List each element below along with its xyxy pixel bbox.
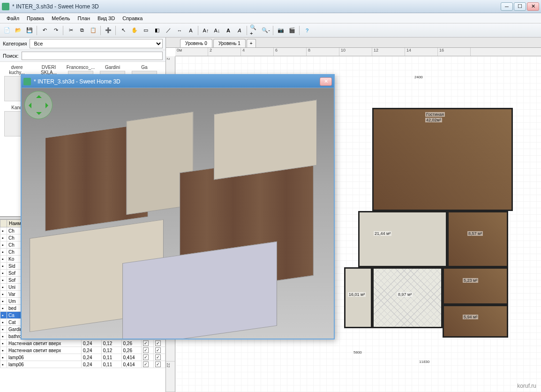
main-titlebar: * INTER_3.sh3d - Sweet Home 3D ─ ☐ ✕ bbox=[0, 0, 541, 13]
save-icon[interactable]: 💾 bbox=[24, 25, 35, 36]
table-row[interactable]: ▪Настенная светит вверх0,240,120,26✓✓ bbox=[0, 340, 165, 347]
toolbar: 📄 📂 💾 ↶ ↷ ✂ ⧉ 📋 ➕ ↖ ✋ ▭ ◧ ／ ↔ A A↑ A↓ A … bbox=[0, 23, 541, 38]
tab-level-0[interactable]: Уровень 0 bbox=[180, 39, 212, 47]
minimize-button[interactable]: ─ bbox=[501, 2, 513, 11]
search-label: Поиск: bbox=[3, 53, 19, 59]
close-button[interactable]: ✕ bbox=[527, 2, 539, 11]
wall-icon[interactable]: ▭ bbox=[141, 25, 151, 36]
zoom-in-icon[interactable]: 🔍+ bbox=[249, 25, 260, 36]
room-7[interactable]: 5,94 м² bbox=[443, 305, 508, 338]
room-2[interactable]: 21,44 м² bbox=[358, 211, 447, 267]
menu-view3d[interactable]: Вид 3D bbox=[94, 14, 119, 23]
room-living[interactable]: Гостиная 42,02м² bbox=[372, 108, 513, 211]
menu-file[interactable]: Файл bbox=[3, 14, 23, 23]
table-row[interactable]: ▪Настенная светит вверх0,240,120,26✓✓ bbox=[0, 347, 165, 354]
nav-compass[interactable] bbox=[24, 91, 53, 119]
menu-furniture[interactable]: Мебель bbox=[48, 14, 74, 23]
line-icon[interactable]: ／ bbox=[163, 25, 173, 36]
ruler-horizontal: 0м246810121416 bbox=[175, 48, 541, 56]
tab-level-1[interactable]: Уровень 1 bbox=[213, 39, 246, 47]
room-4[interactable]: 5,23 м² bbox=[443, 267, 508, 305]
menu-edit[interactable]: Правка bbox=[23, 14, 48, 23]
tab-add[interactable]: + bbox=[247, 39, 256, 47]
paste-icon[interactable]: 📋 bbox=[88, 25, 98, 36]
pan-icon[interactable]: ✋ bbox=[129, 25, 140, 36]
menubar: Файл Правка Мебель План Вид 3D Справка bbox=[0, 13, 541, 23]
text-italic-icon[interactable]: A bbox=[234, 25, 245, 36]
room-6[interactable]: 8,97 м² bbox=[372, 267, 443, 328]
new-icon[interactable]: 📄 bbox=[2, 25, 12, 36]
camera-icon[interactable]: 📷 bbox=[276, 25, 286, 36]
view-3d-canvas[interactable] bbox=[22, 88, 334, 339]
close-3d-button[interactable]: ✕ bbox=[320, 77, 332, 86]
open-icon[interactable]: 📂 bbox=[13, 25, 23, 36]
room-3[interactable]: 8,57 м² bbox=[447, 211, 508, 267]
window-3d-view[interactable]: * INTER_3.sh3d - Sweet Home 3D ✕ bbox=[21, 74, 335, 339]
help-icon[interactable]: ? bbox=[302, 25, 312, 36]
app-icon bbox=[23, 78, 31, 85]
text-up-icon[interactable]: A↑ bbox=[201, 25, 211, 36]
text-down-icon[interactable]: A↓ bbox=[212, 25, 222, 36]
select-icon[interactable]: ↖ bbox=[118, 25, 128, 36]
table-row[interactable]: ▪lamp060,240,110,414✓✓ bbox=[0, 361, 165, 368]
search-input[interactable] bbox=[22, 52, 163, 60]
room-icon[interactable]: ◧ bbox=[152, 25, 162, 36]
menu-plan[interactable]: План bbox=[74, 14, 94, 23]
app-icon bbox=[2, 3, 9, 10]
zoom-out-icon[interactable]: 🔍- bbox=[261, 25, 271, 36]
level-tabs: Уровень 0 Уровень 1 + bbox=[166, 38, 541, 48]
window3d-title: * INTER_3.sh3d - Sweet Home 3D bbox=[34, 78, 320, 85]
room-5[interactable]: 16,01 м² bbox=[344, 267, 372, 328]
dimension-icon[interactable]: ↔ bbox=[174, 25, 185, 36]
menu-help[interactable]: Справка bbox=[119, 14, 146, 23]
video-icon[interactable]: 🎬 bbox=[287, 25, 297, 36]
category-label: Категория bbox=[3, 41, 27, 46]
cut-icon[interactable]: ✂ bbox=[66, 25, 76, 36]
table-row[interactable]: ▪lamp060,240,110,414✓✓ bbox=[0, 354, 165, 361]
category-select[interactable]: Все bbox=[30, 39, 163, 48]
text-icon[interactable]: A bbox=[186, 25, 196, 36]
redo-icon[interactable]: ↷ bbox=[51, 25, 61, 36]
undo-icon[interactable]: ↶ bbox=[39, 25, 50, 36]
watermark: koruf.ru bbox=[517, 383, 536, 389]
copy-icon[interactable]: ⧉ bbox=[77, 25, 87, 36]
maximize-button[interactable]: ☐ bbox=[514, 2, 526, 11]
window-title: * INTER_3.sh3d - Sweet Home 3D bbox=[12, 3, 501, 10]
text-bold-icon[interactable]: A bbox=[223, 25, 233, 36]
add-furniture-icon[interactable]: ➕ bbox=[103, 25, 113, 36]
